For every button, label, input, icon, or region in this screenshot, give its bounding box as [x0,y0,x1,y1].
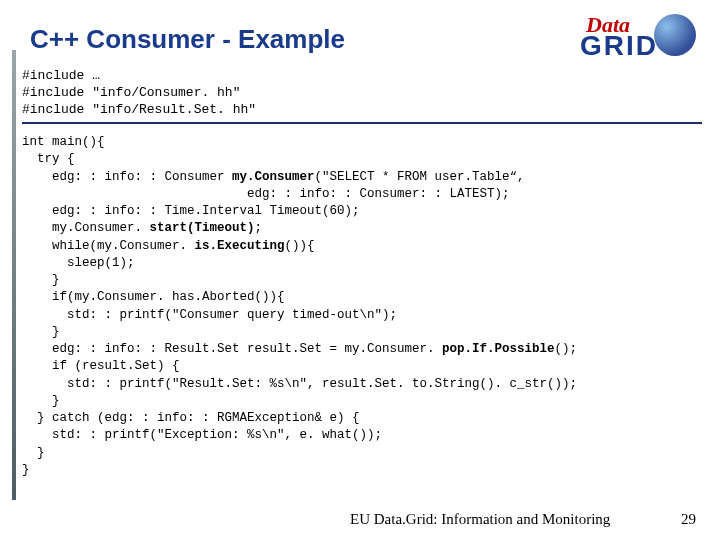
include-block: #include … #include "info/Consumer. hh" … [22,68,256,119]
horizontal-rule [22,122,702,124]
slide: C++ Consumer - Example Data GRID #includ… [0,0,720,540]
page-number: 29 [681,511,696,528]
vertical-bar [12,50,16,500]
datagrid-logo: Data GRID [580,14,700,64]
logo-bottom-text: GRID [580,30,658,62]
globe-icon [654,14,696,56]
code-block: int main(){ try { edg: : info: : Consume… [22,134,577,479]
footer-text: EU Data.Grid: Information and Monitoring [350,511,610,528]
slide-title: C++ Consumer - Example [30,24,345,55]
